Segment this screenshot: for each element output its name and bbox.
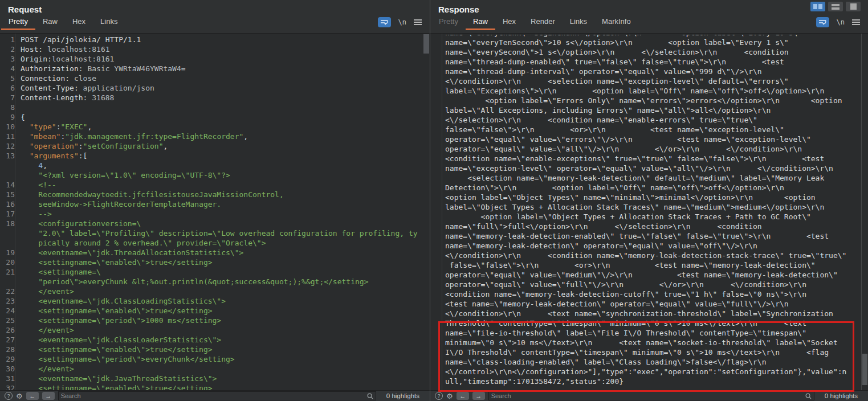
tab-raw[interactable]: Raw [466,14,495,30]
line-number [0,238,18,248]
request-code-line: 30 </event> [0,364,430,374]
tab-hex[interactable]: Hex [495,14,523,30]
line-number: 13 [0,151,18,161]
prev-match-button[interactable]: ← [26,392,39,400]
search-input[interactable] [491,392,805,399]
request-editor[interactable]: 1POST /api/jolokia/ HTTP/1.12Host: local… [0,34,430,390]
line-number: 17 [0,209,18,219]
line-number: 3 [0,54,18,64]
menu-icon[interactable] [414,19,422,25]
gear-icon[interactable]: ⚙ [16,392,23,400]
request-code-line: 19 <eventname=\"jdk.ThreadAllocationStat… [0,248,430,257]
tab-links[interactable]: Links [93,14,125,30]
request-search-bar: ? ⚙ ← → 0 highlights [0,390,430,401]
request-code-line: 21 <settingname=\ [0,267,430,277]
request-code-line: 28 <settingname=\"enabled\">true</settin… [0,345,430,354]
request-code-line: 26 </event> [0,325,430,335]
line-number: 7 [0,93,18,103]
response-code-line: name=\"full\">full<\/option>\r\n <\/sele… [430,222,868,231]
layout-buttons [810,2,861,11]
response-code-line: operator=\"equal\" value=\"full\"\/>\r\n… [430,280,868,289]
request-code-line: 24 <settingname=\"enabled\">true</settin… [0,306,430,316]
line-number: 27 [0,335,18,345]
newline-toggle-icon[interactable]: \n [398,18,406,26]
response-scrollbar[interactable] [861,34,868,390]
prev-match-button[interactable]: ← [457,392,469,400]
line-number: 23 [0,296,18,306]
http-message-viewer: Request PrettyRawHexLinks \n [0,0,868,401]
help-icon[interactable]: ? [435,392,443,400]
request-code-line: 5Connection: close [0,73,430,83]
response-code-line: <\/condition>\r\n <condition name=\"memo… [430,251,868,260]
line-number: 18 [0,219,18,228]
line-number: 14 [0,180,18,190]
editor-left-border [442,34,442,390]
next-match-button[interactable]: → [472,392,485,400]
request-code-line: 18 <configurationversion=\ [0,219,430,228]
response-search-field [488,391,814,400]
tab-raw[interactable]: Raw [35,14,65,30]
word-wrap-icon[interactable] [816,17,829,27]
response-code-line: false=\"false\">\r\n <or>\r\n <test name… [430,125,868,134]
gear-icon[interactable]: ⚙ [446,392,453,400]
request-code-line: 9{ [0,112,430,122]
response-code-line: label=\"All Exceptions, including Errors… [430,105,868,115]
response-code-line: Detection\">\r\n <option label=\"Off\" n… [430,183,868,193]
help-icon[interactable]: ? [5,392,13,400]
response-toolbar: \n [816,14,868,30]
request-code-line: 4Authorization: Basic YWRtaW46YWRtaW4= [0,64,430,73]
response-tab-row: PrettyRawHexRenderLinksMarkInfo \n [430,14,868,30]
response-code-line: Threshold\" contentType=\"timespan\" min… [430,318,868,328]
rows-view-button[interactable] [828,2,843,11]
tab-pretty[interactable]: Pretty [431,14,466,30]
request-code-line: 13 "arguments":[ [0,151,430,161]
request-code-line: 7Content-Length: 31688 [0,93,430,103]
request-code-line: 3Origin:localhost:8161 [0,54,430,64]
gutter-divider [15,34,15,390]
line-number [0,228,18,238]
response-code-line: name=\"exception-level\" operator=\"equa… [430,163,868,173]
request-code-line: "<?xml version=\"1.0\" encoding=\"UTF-8\… [0,170,430,180]
line-number: 21 [0,267,18,277]
line-number [0,161,18,170]
newline-toggle-icon[interactable]: \n [837,18,845,26]
line-number: 15 [0,190,18,199]
request-code-line: 31 <eventname=\"jdk.JavaThreadStatistics… [0,374,430,383]
response-code-line: name=\"thread-dump-enabled\" true=\"fals… [430,57,868,67]
response-code-line: label=\"Object Types + Allocation Stack … [430,202,868,212]
response-title: Response [430,0,868,14]
next-match-button[interactable]: → [42,392,55,400]
request-scrollbar-thumb[interactable] [423,34,429,54]
tab-render[interactable]: Render [523,14,563,30]
response-scrollbar-thumb[interactable] [862,354,867,385]
single-view-button[interactable] [846,2,861,11]
response-code-line: <test name=\"memory-leak-detection\" ope… [430,299,868,309]
line-number [0,170,18,180]
request-code-line: 17 --> [0,209,430,219]
line-number: 4 [0,64,18,73]
request-code: 1POST /api/jolokia/ HTTP/1.12Host: local… [0,35,430,390]
response-editor[interactable]: name=\"everyChunk\">beginChunk<\/option>… [430,34,868,390]
tab-pretty[interactable]: Pretty [1,14,35,30]
tab-hex[interactable]: Hex [65,14,93,30]
request-scrollbar[interactable] [423,34,430,390]
response-code-line: ull,"timestamp":1701358472,"status":200} [430,377,868,386]
response-code-line: <\/control>\r\n<\/configuration>"],"type… [430,367,868,377]
tab-links[interactable]: Links [563,14,594,30]
request-code-line: "period\">everyChunk &lt;%out.println(&q… [0,277,430,287]
response-code-line: name=\"everyTenSecond\">10 s<\/option>\r… [430,38,868,47]
line-number: 9 [0,112,18,122]
tab-markinfo[interactable]: MarkInfo [594,14,638,30]
search-input[interactable] [61,392,367,399]
response-code-line: false=\"false\">\r\n <or>\r\n <test name… [430,260,868,270]
line-number: 10 [0,122,18,132]
response-code-line: <selection name=\"memory-leak-detection\… [430,173,868,183]
word-wrap-icon[interactable] [378,17,391,27]
columns-view-button[interactable] [810,2,825,11]
line-number: 28 [0,345,18,354]
line-number: 19 [0,248,18,257]
line-number: 25 [0,316,18,325]
response-code-line: operator=\"equal\" value=\"errors\"\/>\r… [430,134,868,144]
menu-icon[interactable] [852,19,860,25]
request-code-line: 2Host: localhost:8161 [0,44,430,54]
